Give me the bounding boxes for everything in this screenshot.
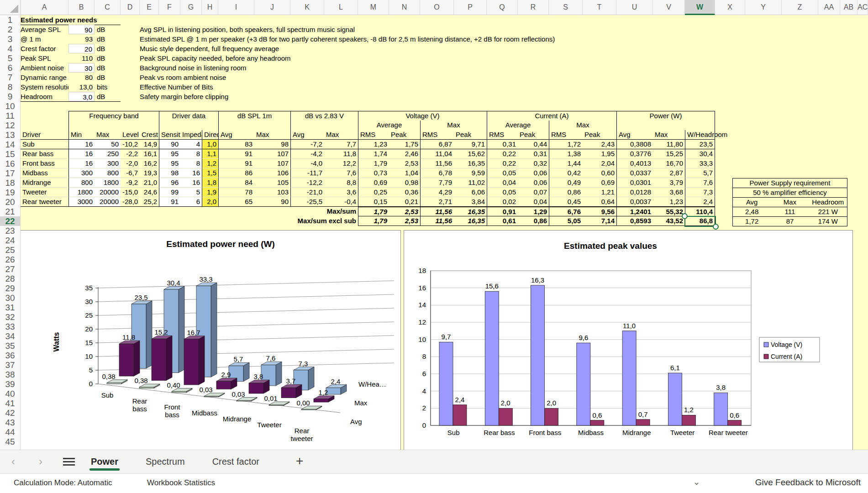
- row-header-22[interactable]: 22: [0, 216, 20, 226]
- table-cell[interactable]: 1,23: [653, 197, 685, 207]
- table-cell[interactable]: 0,98: [389, 178, 420, 188]
- column-header-Z[interactable]: Z: [782, 0, 818, 15]
- table-cell[interactable]: 1,72: [549, 140, 583, 149]
- info-unit[interactable]: dB: [95, 44, 121, 53]
- row-header-19[interactable]: 19: [0, 188, 20, 197]
- summary-cell[interactable]: 2,53: [389, 207, 420, 216]
- ps-header[interactable]: Headroom: [809, 198, 847, 207]
- row-header-6[interactable]: 6: [0, 63, 20, 73]
- info-description[interactable]: Estimated SPL @ 1 m per speaker (+3 dB f…: [140, 34, 555, 44]
- info-label[interactable]: Crest factor: [21, 44, 68, 53]
- info-unit[interactable]: dB: [95, 25, 121, 34]
- column-header-U[interactable]: U: [616, 0, 653, 15]
- table-cell[interactable]: 95: [159, 149, 180, 159]
- column-header-F[interactable]: F: [159, 0, 180, 15]
- table-cell[interactable]: 0,04: [487, 178, 518, 188]
- next-sheet-button[interactable]: ›: [34, 455, 47, 468]
- row-header-11[interactable]: 11: [0, 111, 20, 121]
- row-header-3[interactable]: 3: [0, 34, 20, 44]
- table-cell[interactable]: 2,43: [583, 140, 616, 149]
- row-header-2[interactable]: 2: [0, 25, 20, 34]
- table-cell[interactable]: -6,7: [121, 168, 140, 178]
- table-cell[interactable]: 0,44: [518, 140, 549, 149]
- table-cell[interactable]: 7,3: [685, 188, 715, 197]
- info-description[interactable]: Peak SPL capacity needed, before any hea…: [140, 53, 291, 63]
- row-header-7[interactable]: 7: [0, 73, 20, 82]
- table-cell[interactable]: 21,0: [140, 178, 159, 188]
- column-header-M[interactable]: M: [358, 0, 389, 15]
- table-cell[interactable]: 20000: [95, 197, 121, 207]
- info-value[interactable]: 30: [68, 63, 95, 73]
- sheet-tab-spectrum[interactable]: Spectrum: [144, 450, 186, 474]
- info-label[interactable]: Ambient noise: [21, 63, 68, 73]
- table-cell[interactable]: 8: [180, 149, 202, 159]
- table-cell[interactable]: 16,35: [454, 159, 487, 168]
- table-cell[interactable]: 30,4: [685, 149, 715, 159]
- column-label[interactable]: RMS: [420, 130, 454, 140]
- row-header-26[interactable]: 26: [0, 255, 20, 264]
- table-cell[interactable]: 14,9: [140, 140, 159, 149]
- table-cell[interactable]: 9,71: [454, 140, 487, 149]
- summary-cell[interactable]: 7,14: [583, 216, 616, 226]
- table-cell[interactable]: 2,87: [653, 168, 685, 178]
- table-cell[interactable]: 1,04: [389, 168, 420, 178]
- driver-cell[interactable]: Midbass: [21, 168, 68, 178]
- table-cell[interactable]: 8: [180, 159, 202, 168]
- row-header-14[interactable]: 14: [0, 140, 20, 149]
- ps-header[interactable]: Max: [771, 198, 809, 207]
- summary-cell[interactable]: 16,35: [454, 216, 487, 226]
- driver-cell[interactable]: Tweeter: [21, 188, 68, 197]
- table-cell[interactable]: 91: [159, 197, 180, 207]
- driver-cell[interactable]: Sub: [21, 140, 68, 149]
- table-cell[interactable]: 1,75: [389, 140, 420, 149]
- table-cell[interactable]: 107: [254, 149, 290, 159]
- table-cell[interactable]: -10,2: [121, 140, 140, 149]
- row-header-23[interactable]: 23: [0, 226, 20, 236]
- column-label[interactable]: Sensiti: [159, 130, 180, 140]
- row-header-21[interactable]: 21: [0, 207, 20, 216]
- select-all-corner[interactable]: [0, 0, 21, 15]
- table-cell[interactable]: 0,07: [518, 188, 549, 197]
- table-cell[interactable]: 2,46: [389, 149, 420, 159]
- summary-cell[interactable]: 11,56: [420, 216, 454, 226]
- table-cell[interactable]: 20000: [95, 188, 121, 197]
- column-header-T[interactable]: T: [583, 0, 616, 15]
- table-cell[interactable]: 1,1: [202, 149, 218, 159]
- row-header-25[interactable]: 25: [0, 245, 20, 255]
- table-cell[interactable]: 3,79: [653, 178, 685, 188]
- column-label[interactable]: Crest: [140, 130, 159, 140]
- table-cell[interactable]: 16,1: [140, 149, 159, 159]
- selection-handle-top-left[interactable]: [682, 213, 688, 219]
- table-cell[interactable]: 1800: [95, 178, 121, 188]
- table-cell[interactable]: 16: [68, 149, 95, 159]
- table-cell[interactable]: 16,70: [653, 159, 685, 168]
- table-cell[interactable]: 0,31: [487, 140, 518, 149]
- table-cell[interactable]: 15,62: [454, 149, 487, 159]
- column-label[interactable]: Impeda: [180, 130, 202, 140]
- table-cell[interactable]: 0,73: [358, 168, 389, 178]
- table-cell[interactable]: 0,0037: [616, 197, 653, 207]
- row-header-1[interactable]: 1: [0, 15, 20, 25]
- summary-cell[interactable]: 43,52: [653, 216, 685, 226]
- info-label[interactable]: Peak SPL: [21, 53, 68, 63]
- column-label[interactable]: Max: [653, 130, 685, 140]
- table-cell[interactable]: 24,6: [140, 188, 159, 197]
- column-header-H[interactable]: H: [202, 0, 218, 15]
- table-cell[interactable]: 103: [254, 188, 290, 197]
- table-cell[interactable]: 0,06: [518, 178, 549, 188]
- table-cell[interactable]: 0,22: [487, 159, 518, 168]
- column-header-S[interactable]: S: [549, 0, 583, 15]
- info-description[interactable]: Peak vs room ambient noise: [140, 73, 226, 82]
- table-cell[interactable]: 12,2: [324, 159, 358, 168]
- table-cell[interactable]: 0,31: [518, 149, 549, 159]
- sheet-tab-power[interactable]: Power: [89, 450, 120, 474]
- table-cell[interactable]: 0,69: [583, 178, 616, 188]
- summary-cell[interactable]: 1,79: [358, 207, 389, 216]
- summary-cell[interactable]: 2,53: [389, 216, 420, 226]
- column-label[interactable]: Peak: [518, 130, 549, 140]
- table-cell[interactable]: 300: [68, 168, 95, 178]
- table-cell[interactable]: 1,5: [202, 168, 218, 178]
- ps-value[interactable]: 221 W: [809, 207, 847, 216]
- column-header-N[interactable]: N: [389, 0, 420, 15]
- table-cell[interactable]: -28,0: [121, 197, 140, 207]
